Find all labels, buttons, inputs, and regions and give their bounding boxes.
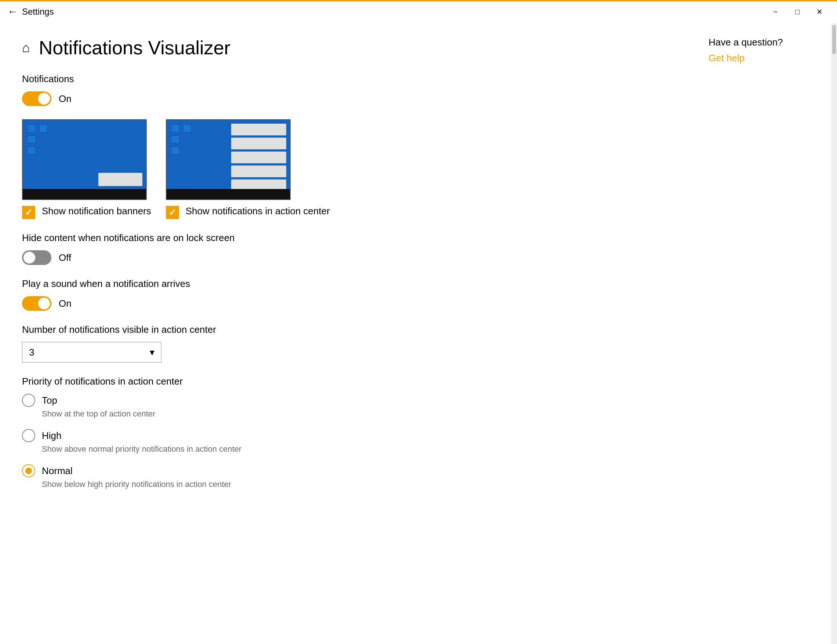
thumb-single-banner bbox=[98, 173, 143, 186]
priority-section: Priority of notifications in action cent… bbox=[22, 376, 676, 489]
notifications-toggle[interactable] bbox=[22, 91, 51, 106]
checkbox-check-icon: ✓ bbox=[25, 207, 32, 218]
thumb-icon bbox=[183, 125, 192, 133]
hide-content-toggle-row: Off bbox=[22, 250, 676, 265]
notifications-section: Notifications On bbox=[22, 73, 676, 106]
thumb-icon bbox=[171, 135, 180, 143]
thumb-banner-3 bbox=[231, 151, 286, 163]
thumb-icon bbox=[171, 125, 180, 133]
hide-content-toggle[interactable] bbox=[22, 250, 51, 265]
dropdown-value: 3 bbox=[29, 347, 34, 358]
thumb-taskbar-1 bbox=[23, 189, 146, 199]
thumb-banner-2 bbox=[231, 138, 286, 150]
thumbnail-action-preview bbox=[166, 119, 290, 200]
priority-high-item: High Show above normal priority notifica… bbox=[22, 429, 676, 454]
hide-content-label: Hide content when notifications are on l… bbox=[22, 232, 676, 244]
play-sound-toggle-knob bbox=[38, 297, 50, 309]
notifications-toggle-label: On bbox=[59, 93, 72, 105]
show-action-center-checkbox[interactable]: ✓ bbox=[166, 206, 179, 219]
hide-content-section: Hide content when notifications are on l… bbox=[22, 232, 676, 265]
notifications-label: Notifications bbox=[22, 73, 676, 85]
number-visible-section: Number of notifications visible in actio… bbox=[22, 324, 676, 363]
priority-high-row: High bbox=[22, 429, 676, 442]
priority-normal-item: Normal Show below high priority notifica… bbox=[22, 464, 676, 489]
checkbox-check-icon-2: ✓ bbox=[169, 207, 176, 218]
thumbnails-container: ✓ Show notification banners bbox=[22, 119, 676, 219]
thumb-icon bbox=[27, 125, 36, 133]
priority-normal-desc: Show below high priority notifications i… bbox=[42, 480, 676, 489]
get-help-link[interactable]: Get help bbox=[709, 53, 745, 64]
main-layout: ⌂ Notifications Visualizer Notifications… bbox=[0, 22, 837, 642]
priority-top-item: Top Show at the top of action center bbox=[22, 394, 676, 419]
thumb-icon bbox=[27, 135, 36, 143]
content-area: ⌂ Notifications Visualizer Notifications… bbox=[0, 22, 698, 642]
thumb-icons-2 bbox=[171, 125, 192, 154]
scrollbar-thumb[interactable] bbox=[832, 25, 836, 54]
thumb-banners-stack bbox=[231, 124, 286, 191]
page-header: ⌂ Notifications Visualizer bbox=[22, 37, 676, 59]
priority-normal-label: Normal bbox=[42, 465, 73, 476]
close-button[interactable]: ✕ bbox=[809, 3, 830, 21]
thumb-banner-1 bbox=[231, 124, 286, 135]
play-sound-toggle[interactable] bbox=[22, 296, 51, 311]
priority-high-label: High bbox=[42, 430, 61, 442]
titlebar-title: Settings bbox=[22, 7, 54, 17]
priority-high-desc: Show above normal priority notifications… bbox=[42, 444, 676, 454]
scrollbar[interactable] bbox=[831, 23, 837, 644]
priority-radio-group: Top Show at the top of action center Hig… bbox=[22, 394, 676, 489]
priority-normal-radio[interactable] bbox=[22, 464, 35, 477]
priority-top-label: Top bbox=[42, 395, 57, 406]
titlebar-left: ← Settings bbox=[7, 6, 54, 18]
thumb-icon bbox=[39, 125, 48, 133]
sidebar-question: Have a question? bbox=[709, 37, 826, 48]
priority-top-row: Top bbox=[22, 394, 676, 407]
page-title: Notifications Visualizer bbox=[39, 37, 230, 59]
play-sound-toggle-label: On bbox=[59, 298, 72, 309]
hide-content-toggle-label: Off bbox=[59, 252, 71, 263]
thumbnail-banner-preview bbox=[22, 119, 147, 200]
thumb-icons-1 bbox=[27, 125, 48, 154]
show-action-center-row: ✓ Show notifications in action center bbox=[166, 205, 330, 219]
notifications-toggle-knob bbox=[38, 93, 50, 105]
priority-normal-row: Normal bbox=[22, 464, 676, 477]
priority-top-desc: Show at the top of action center bbox=[42, 409, 676, 419]
titlebar-controls: − □ ✕ bbox=[765, 3, 830, 21]
priority-label: Priority of notifications in action cent… bbox=[22, 376, 676, 387]
number-visible-label: Number of notifications visible in actio… bbox=[22, 324, 676, 335]
priority-top-radio[interactable] bbox=[22, 394, 35, 407]
thumb-icon bbox=[171, 146, 180, 154]
thumb-taskbar-2 bbox=[167, 189, 290, 199]
show-banners-checkbox[interactable]: ✓ bbox=[22, 206, 35, 219]
home-icon: ⌂ bbox=[22, 40, 30, 56]
priority-high-radio[interactable] bbox=[22, 429, 35, 442]
hide-content-toggle-knob bbox=[23, 252, 35, 263]
back-button[interactable]: ← bbox=[7, 6, 18, 18]
chevron-down-icon: ▾ bbox=[150, 347, 154, 358]
show-banners-label: Show notification banners bbox=[42, 205, 151, 218]
play-sound-toggle-row: On bbox=[22, 296, 676, 311]
right-sidebar: Have a question? Get help bbox=[698, 22, 837, 642]
thumb-banner-4 bbox=[231, 166, 286, 177]
thumbnail-banner-item: ✓ Show notification banners bbox=[22, 119, 151, 219]
play-sound-section: Play a sound when a notification arrives… bbox=[22, 278, 676, 311]
number-visible-dropdown[interactable]: 3 ▾ bbox=[22, 342, 161, 363]
thumbnail-action-item: ✓ Show notifications in action center bbox=[166, 119, 330, 219]
titlebar: ← Settings − □ ✕ bbox=[0, 0, 837, 22]
thumb-icon bbox=[27, 146, 36, 154]
notifications-toggle-row: On bbox=[22, 91, 676, 106]
play-sound-label: Play a sound when a notification arrives bbox=[22, 278, 676, 289]
show-banners-row: ✓ Show notification banners bbox=[22, 205, 151, 219]
minimize-button[interactable]: − bbox=[765, 3, 786, 21]
show-action-center-label: Show notifications in action center bbox=[185, 205, 330, 218]
maximize-button[interactable]: □ bbox=[787, 3, 807, 21]
